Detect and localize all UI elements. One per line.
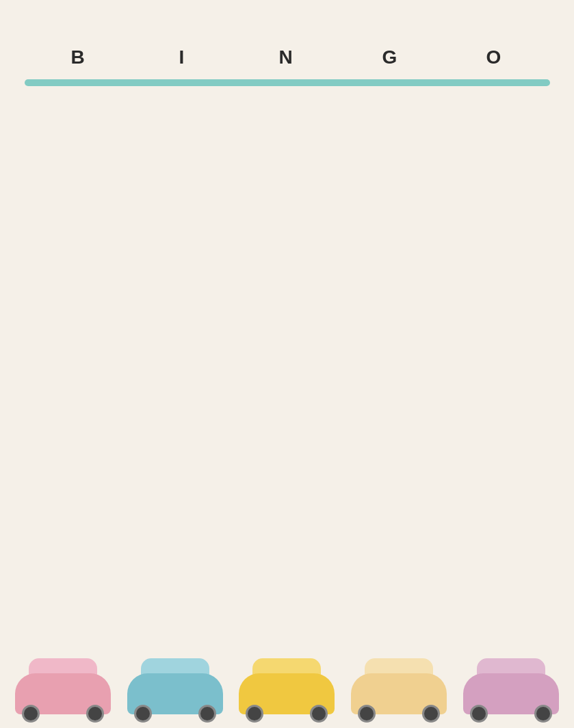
car-decorations (0, 591, 574, 728)
car-teal (120, 639, 230, 728)
header-letter-n: N (235, 41, 339, 74)
page: BINGO (0, 0, 574, 728)
car-pink (8, 639, 118, 728)
header-letter-i: I (131, 41, 235, 74)
car-yellow (232, 639, 341, 728)
header-letter-b: B (27, 41, 131, 74)
header-letter-g: G (339, 41, 443, 74)
car-cream (344, 639, 454, 728)
bingo-line-bottom (25, 79, 550, 86)
car-colorful (456, 639, 566, 728)
bingo-card: BINGO (27, 41, 547, 79)
header-letter-o: O (443, 41, 547, 74)
bingo-header: BINGO (27, 41, 547, 74)
